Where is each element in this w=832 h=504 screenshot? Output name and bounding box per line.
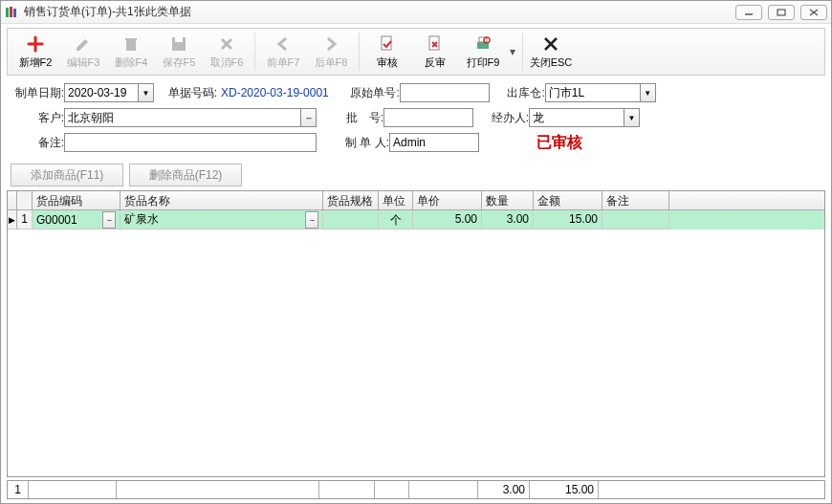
arrow-left-icon bbox=[274, 34, 293, 54]
total-amount: 15.00 bbox=[530, 481, 599, 498]
print-icon bbox=[473, 34, 493, 54]
items-grid: 货品编码 货品名称 货品规格 单位 单价 数量 金额 备注 ▶ 1 G00001… bbox=[7, 190, 825, 477]
add-item-button[interactable]: 添加商品(F11) bbox=[11, 164, 123, 186]
total-count: 1 bbox=[8, 481, 29, 498]
delete-button[interactable]: 删除F4 bbox=[107, 30, 155, 74]
docno-label: 单据号码: bbox=[164, 85, 217, 101]
form-area: 制单日期: ▼ 单据号码: XD-2020-03-19-0001 原始单号: 出… bbox=[1, 76, 831, 160]
col-code[interactable]: 货品编码 bbox=[33, 191, 120, 209]
close-button[interactable] bbox=[800, 5, 827, 20]
close-x-icon bbox=[541, 34, 560, 54]
operator-label: 经办人: bbox=[483, 110, 529, 126]
code-picker[interactable]: ··· bbox=[102, 211, 116, 229]
col-name[interactable]: 货品名称 bbox=[120, 191, 323, 209]
operator-input[interactable] bbox=[529, 108, 624, 127]
svg-rect-2 bbox=[13, 9, 16, 17]
cell-spec bbox=[323, 210, 379, 230]
print-button[interactable]: 打印F9 bbox=[459, 30, 507, 74]
svg-rect-10 bbox=[175, 37, 183, 42]
undo-doc-icon bbox=[426, 34, 445, 54]
cell-code: G00001··· bbox=[33, 210, 120, 230]
batch-input[interactable] bbox=[383, 108, 473, 127]
cell-amount: 15.00 bbox=[534, 210, 602, 230]
status-label: 已审核 bbox=[536, 133, 582, 153]
col-unit[interactable]: 单位 bbox=[379, 191, 413, 209]
svg-rect-4 bbox=[777, 10, 785, 15]
row-number: 1 bbox=[17, 210, 33, 230]
col-amount[interactable]: 金额 bbox=[534, 191, 602, 209]
cell-unit: 个 bbox=[379, 210, 413, 230]
col-price[interactable]: 单价 bbox=[413, 191, 482, 209]
svg-rect-0 bbox=[6, 8, 9, 17]
warehouse-dropdown[interactable]: ▼ bbox=[641, 83, 656, 102]
maker-label: 制 单 人: bbox=[336, 135, 389, 151]
titlebar: 销售订货单(订单)-共1张此类单据 bbox=[1, 1, 831, 24]
customer-picker[interactable]: ··· bbox=[301, 108, 317, 127]
maker-input bbox=[389, 133, 479, 152]
date-dropdown[interactable]: ▼ bbox=[139, 83, 154, 102]
cell-price: 5.00 bbox=[413, 210, 482, 230]
disk-icon bbox=[169, 34, 188, 54]
warehouse-label: 出库仓: bbox=[499, 85, 545, 101]
col-qty[interactable]: 数量 bbox=[482, 191, 534, 209]
next-button[interactable]: 后单F8 bbox=[307, 30, 355, 74]
date-label: 制单日期: bbox=[11, 85, 64, 101]
batch-label: 批 号: bbox=[336, 110, 383, 126]
col-remark[interactable]: 备注 bbox=[602, 191, 669, 209]
cell-name: 矿泉水··· bbox=[120, 210, 323, 230]
unaudit-button[interactable]: 反审 bbox=[411, 30, 459, 74]
row-indicator: ▶ bbox=[8, 210, 17, 230]
operator-dropdown[interactable]: ▼ bbox=[624, 108, 640, 127]
window-title: 销售订货单(订单)-共1张此类单据 bbox=[24, 4, 735, 20]
grid-header: 货品编码 货品名称 货品规格 单位 单价 数量 金额 备注 bbox=[8, 191, 824, 210]
total-qty: 3.00 bbox=[478, 481, 530, 498]
save-button[interactable]: 保存F5 bbox=[155, 30, 203, 74]
arrow-right-icon bbox=[321, 34, 340, 54]
delete-item-button[interactable]: 删除商品(F12) bbox=[129, 164, 242, 186]
trash-icon bbox=[121, 34, 141, 54]
close-esc-button[interactable]: 关闭ESC bbox=[527, 30, 575, 74]
name-picker[interactable]: ··· bbox=[305, 211, 318, 229]
edit-button[interactable]: 编辑F3 bbox=[59, 30, 107, 74]
separator bbox=[254, 33, 255, 71]
col-spec[interactable]: 货品规格 bbox=[323, 191, 379, 209]
table-row[interactable]: ▶ 1 G00001··· 矿泉水··· 个 5.00 3.00 15.00 bbox=[8, 210, 824, 230]
cell-qty: 3.00 bbox=[482, 210, 534, 230]
svg-rect-7 bbox=[126, 40, 136, 51]
separator bbox=[359, 33, 360, 71]
remark-input[interactable] bbox=[64, 133, 317, 152]
app-icon bbox=[5, 5, 20, 20]
warehouse-input[interactable] bbox=[545, 83, 641, 102]
remark-label: 备注: bbox=[11, 135, 64, 151]
customer-label: 客户: bbox=[11, 110, 64, 126]
plus-icon bbox=[26, 34, 45, 54]
origno-label: 原始单号: bbox=[346, 85, 400, 101]
separator bbox=[522, 33, 523, 71]
date-input[interactable] bbox=[64, 83, 139, 102]
toolbar: 新增F2 编辑F3 删除F4 保存F5 取消F6 前单F7 后单F8 审核 反审… bbox=[7, 28, 825, 76]
check-doc-icon bbox=[378, 34, 397, 54]
prev-button[interactable]: 前单F7 bbox=[259, 30, 307, 74]
customer-input[interactable] bbox=[64, 108, 301, 127]
origno-input[interactable] bbox=[400, 83, 490, 102]
new-button[interactable]: 新增F2 bbox=[11, 30, 59, 74]
cell-remark bbox=[602, 210, 669, 230]
svg-rect-1 bbox=[10, 7, 12, 17]
audit-button[interactable]: 审核 bbox=[363, 30, 411, 74]
x-icon bbox=[217, 34, 236, 54]
cancel-button[interactable]: 取消F6 bbox=[203, 30, 251, 74]
pencil-icon bbox=[74, 34, 93, 54]
svg-rect-8 bbox=[125, 38, 137, 40]
maximize-button[interactable] bbox=[768, 5, 795, 20]
minimize-button[interactable] bbox=[735, 5, 762, 20]
totals-row: 1 3.00 15.00 bbox=[7, 480, 825, 499]
print-dropdown[interactable]: ▾ bbox=[507, 45, 518, 58]
docno-value: XD-2020-03-19-0001 bbox=[217, 86, 333, 99]
